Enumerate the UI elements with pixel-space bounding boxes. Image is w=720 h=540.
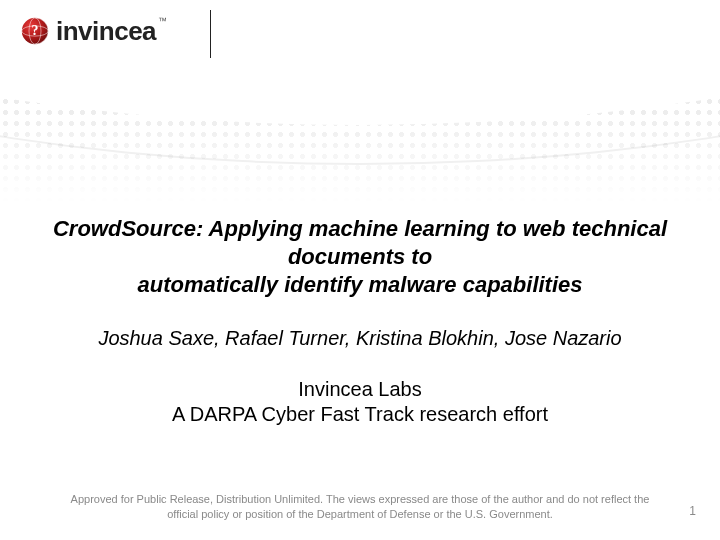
footer-line-2: official policy or position of the Depar… bbox=[50, 507, 670, 522]
trademark-symbol: ™ bbox=[158, 16, 167, 26]
decorative-dot-band bbox=[0, 63, 720, 203]
invincea-globe-icon: ? bbox=[20, 16, 50, 46]
svg-text:?: ? bbox=[32, 23, 39, 38]
title-line-1: CrowdSource: Applying machine learning t… bbox=[50, 215, 670, 271]
vertical-divider bbox=[210, 10, 211, 58]
organization: Invincea Labs bbox=[0, 378, 720, 401]
page-number: 1 bbox=[689, 504, 696, 518]
footer-line-1: Approved for Public Release, Distributio… bbox=[50, 492, 670, 507]
subtitle: A DARPA Cyber Fast Track research effort bbox=[0, 403, 720, 426]
title-line-2: automatically identify malware capabilit… bbox=[50, 271, 670, 299]
title: CrowdSource: Applying machine learning t… bbox=[0, 215, 720, 299]
slide: ? invincea™ CrowdSource: Applying machin… bbox=[0, 0, 720, 540]
content-area: CrowdSource: Applying machine learning t… bbox=[0, 215, 720, 426]
brand-text: invincea bbox=[56, 16, 156, 46]
brand-name: invincea™ bbox=[56, 18, 167, 44]
brand-logo: ? invincea™ bbox=[20, 16, 167, 46]
authors: Joshua Saxe, Rafael Turner, Kristina Blo… bbox=[0, 327, 720, 350]
footer-disclaimer: Approved for Public Release, Distributio… bbox=[0, 492, 720, 522]
header-bar: ? invincea™ bbox=[0, 0, 720, 65]
